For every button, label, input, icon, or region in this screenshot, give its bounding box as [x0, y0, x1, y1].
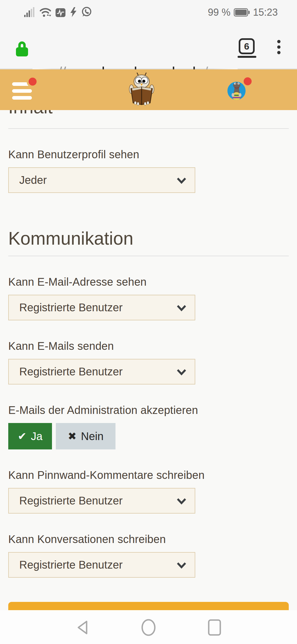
browser-chrome: 99 % 15:23 tps://www.buechereule.de/se 6 [0, 0, 297, 69]
bottom-action-button[interactable] [8, 602, 289, 610]
lock-icon[interactable] [16, 40, 28, 58]
select-kann-pinnwand-kommentare-schreiben[interactable]: Registrierte Benutzer [8, 488, 195, 514]
owl-logo[interactable] [129, 72, 155, 107]
tab-switcher-underline [238, 56, 256, 58]
select-kann-emails-senden[interactable]: Registrierte Benutzer [8, 359, 195, 384]
select-kann-email-adresse-sehen[interactable]: Registrierte Benutzer [8, 295, 195, 320]
select-kann-benutzerprofil-sehen[interactable]: Jeder [8, 167, 195, 193]
check-icon: ✔ [18, 431, 26, 441]
whatsapp-icon [81, 7, 92, 18]
field-group: Kann E-Mails senden Registrierte Benutze… [8, 340, 289, 384]
tab-switcher-button[interactable]: 6 [239, 38, 255, 54]
chevron-down-icon [177, 174, 186, 186]
field-label: Kann Konversationen schreiben [8, 533, 289, 545]
select-value: Registrierte Benutzer [19, 495, 123, 507]
chevron-down-icon [177, 301, 186, 314]
omnibox-row: tps://www.buechereule.de/se 6 [0, 25, 297, 69]
signal-strength-icon [24, 7, 35, 18]
wifi-icon [40, 7, 51, 18]
field-group: Kann Benutzerprofil sehen Jeder [8, 149, 289, 193]
user-avatar[interactable] [227, 82, 246, 100]
field-label: E-Mails der Administration akzeptieren [8, 404, 289, 416]
field-group: Kann E-Mail-Adresse sehen Registrierte B… [8, 276, 289, 320]
menu-notification-badge [29, 78, 37, 86]
nav-home-button[interactable] [139, 618, 158, 637]
toggle-option-ja[interactable]: ✔ Ja [8, 423, 52, 449]
field-label: Kann Pinnwand-Kommentare schreiben [8, 469, 289, 481]
battery-icon [234, 8, 250, 17]
nav-back-button[interactable] [73, 618, 92, 637]
settings-page: Inhalt Kann Benutzerprofil sehen Jeder K… [0, 110, 297, 610]
select-value: Registrierte Benutzer [19, 365, 123, 378]
select-value: Registrierte Benutzer [19, 559, 123, 571]
chevron-down-icon [177, 495, 186, 507]
section-heading-inhalt: Inhalt [8, 110, 289, 116]
section-divider [8, 128, 289, 129]
select-kann-konversationen-schreiben[interactable]: Registrierte Benutzer [8, 552, 195, 578]
activity-app-icon [56, 8, 65, 18]
field-label: Kann Benutzerprofil sehen [8, 149, 289, 160]
status-right: 99 % 15:23 [208, 7, 278, 18]
clock-label: 15:23 [253, 7, 278, 18]
select-value: Registrierte Benutzer [19, 301, 123, 314]
field-group: E-Mails der Administration akzeptieren ✔… [8, 404, 289, 449]
site-header [0, 69, 297, 110]
select-value: Jeder [19, 174, 47, 186]
toggle-label: Ja [31, 430, 42, 443]
nav-recents-button[interactable] [205, 618, 224, 637]
chevron-down-icon [177, 365, 186, 378]
chevron-down-icon [177, 559, 186, 571]
section-divider [8, 256, 289, 256]
cross-icon: ✖ [68, 431, 76, 441]
toggle-label: Nein [81, 430, 103, 443]
tab-count: 6 [244, 41, 249, 52]
field-label: Kann E-Mails senden [8, 340, 289, 352]
browser-menu-button[interactable] [277, 40, 280, 54]
avatar-notification-badge [244, 77, 252, 85]
status-icons-left [24, 7, 92, 18]
toggle-option-nein[interactable]: ✖ Nein [56, 423, 116, 449]
power-saver-icon [70, 7, 77, 18]
battery-percent-label: 99 % [208, 7, 230, 18]
field-group: Kann Konversationen schreiben Registrier… [8, 533, 289, 578]
section-heading-kommunikation: Kommunikation [8, 229, 289, 247]
field-group: Kann Pinnwand-Kommentare schreiben Regis… [8, 469, 289, 514]
android-nav-bar [0, 610, 297, 644]
toggle-admin-emails: ✔ Ja ✖ Nein [8, 423, 289, 449]
menu-button[interactable] [12, 82, 34, 103]
field-label: Kann E-Mail-Adresse sehen [8, 276, 289, 288]
